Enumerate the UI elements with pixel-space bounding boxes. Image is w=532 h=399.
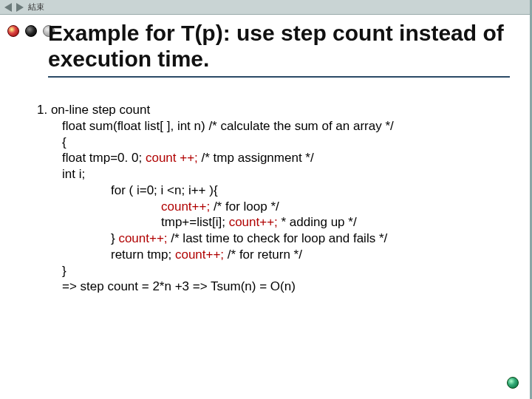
count-kw: count++; [175,248,224,262]
count-kw: count++; [229,215,278,229]
count-kw: count ++; [146,151,198,165]
count-kw: count++; [118,231,167,245]
line-add: tmp+=list[i]; count++; * adding up */ [161,214,510,231]
next-icon[interactable] [16,3,24,12]
txt: } [111,231,118,245]
line-brace-close: } [62,263,510,279]
line-signature: float sum(float list[ ], int n) /* calcu… [62,118,510,134]
line-brace-open: { [62,134,510,151]
slide-title: Example for T(p): use step count instead… [48,21,510,78]
prev-icon[interactable] [4,3,12,12]
top-nav-bar: 結束 [0,0,532,15]
slide-body: 1. on-line step count float sum(float li… [37,102,510,295]
txt: /* last time to check for loop and fails… [168,231,388,245]
line-last: } count++; /* last time to check for loo… [111,231,510,247]
line-result: => step count = 2*n +3 => Tsum(n) = O(n) [62,279,510,295]
txt: tmp+=list[i]; [161,215,229,229]
line-tmp: float tmp=0. 0; count ++; /* tmp assignm… [62,150,510,166]
line-return: return tmp; count++; /* for return */ [111,247,510,263]
txt: float tmp=0. 0; [62,151,146,165]
line-count-loop: count++; /* for loop */ [161,199,510,215]
txt: return tmp; [111,248,175,262]
line-heading: 1. on-line step count [37,102,510,118]
bullet-red-icon [7,25,19,37]
bullet-dark-icon [25,25,37,37]
end-button[interactable]: 結束 [28,1,44,13]
txt: /* for return */ [224,248,302,262]
title-block: Example for T(p): use step count instead… [48,21,510,78]
line-for: for ( i=0; i <n; i++ ){ [111,183,510,199]
txt: /* for loop */ [210,200,279,214]
txt: /* tmp assignment */ [198,151,314,165]
corner-bullet-icon [507,377,519,389]
line-inti: int i; [62,166,510,183]
txt: * adding up */ [278,215,357,229]
count-kw: count++; [161,200,210,214]
